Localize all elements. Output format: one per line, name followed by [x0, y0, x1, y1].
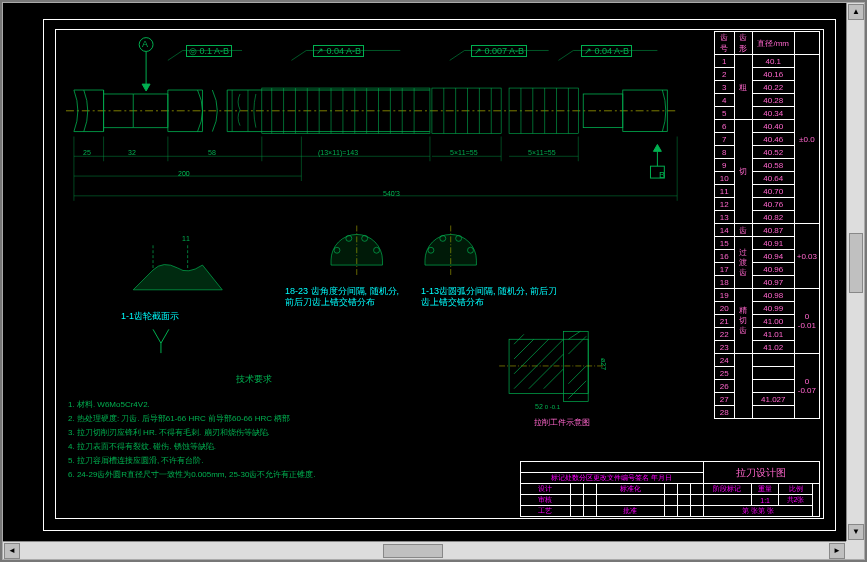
tech-line: 4. 拉刀表面不得有裂纹. 碰伤. 锈蚀等缺陷. — [68, 440, 316, 454]
horizontal-scrollbar[interactable]: ◄ ► — [3, 541, 846, 559]
dim-11: 11 — [182, 235, 190, 242]
tolerance-frame-4: ↗ 0.04 A-B — [581, 45, 632, 57]
workpiece-label: 拉削工件示意图 — [534, 417, 590, 428]
dim-52: 52 0 -0.1 — [535, 403, 560, 410]
scroll-left-arrow-icon[interactable]: ◄ — [4, 543, 20, 559]
datum-b: B — [659, 170, 665, 180]
dim-58: 58 — [208, 149, 216, 156]
svg-line-83 — [450, 50, 465, 60]
svg-line-69 — [568, 366, 586, 384]
scroll-thumb-v[interactable] — [849, 233, 863, 293]
vertical-scrollbar[interactable]: ▲ ▼ — [846, 3, 864, 541]
note-left: 1-1齿轮截面示 — [121, 310, 179, 323]
dim-span2: 5×11=55 — [450, 149, 478, 156]
scroll-down-arrow-icon[interactable]: ▼ — [848, 524, 864, 540]
svg-marker-74 — [142, 84, 150, 91]
svg-line-71 — [568, 331, 580, 339]
tolerance-frame-2: ↗ 0.04 A-B — [313, 45, 364, 57]
svg-line-81 — [291, 50, 306, 60]
tech-line: 6. 24-29齿外圆R直径尺寸一致性为0.005mm, 25-30齿不允许有正… — [68, 468, 316, 482]
dim-25: 25 — [83, 149, 91, 156]
drawing-area[interactable]: A B ◎ 0.1 A-B ↗ 0.04 A-B ↗ 0.007 A-B ↗ 0… — [3, 3, 846, 541]
svg-line-63 — [514, 339, 534, 359]
svg-line-65 — [514, 339, 563, 388]
svg-line-79 — [168, 50, 183, 60]
th-num: 齿号 — [714, 32, 734, 55]
svg-line-67 — [544, 369, 564, 389]
tech-line: 5. 拉刀容屑槽连接应圆滑, 不许有台阶. — [68, 454, 316, 468]
note-right: 1-13齿圆弧分间隔, 随机分, 前后刀 齿上错交错分布 — [421, 286, 557, 308]
tech-line: 2. 热处理硬度: 刀齿. 后导部61-66 HRC 前导部60-66 HRC … — [68, 412, 316, 426]
tech-title: 技术要求 — [236, 373, 272, 386]
cad-canvas[interactable]: A B ◎ 0.1 A-B ↗ 0.04 A-B ↗ 0.007 A-B ↗ 0… — [2, 2, 865, 560]
svg-line-64 — [514, 339, 549, 374]
th-dia: 直径/mm — [752, 32, 794, 55]
dim-540: 540'3 — [383, 190, 400, 197]
tech-line: 1. 材料. W6Mo5Cr4V2. — [68, 398, 316, 412]
tech-requirements: 1. 材料. W6Mo5Cr4V2. 2. 热处理硬度: 刀齿. 后导部61-6… — [68, 398, 316, 482]
tolerance-frame-1: ◎ 0.1 A-B — [186, 45, 232, 57]
svg-rect-29 — [623, 90, 668, 132]
teeth-table: 齿号 齿形 直径/mm 1粗40.1±0.0 240.16 340.22 440… — [714, 31, 820, 419]
scrollbar-corner — [846, 541, 864, 559]
svg-line-68 — [568, 381, 586, 399]
th-shape: 齿形 — [734, 32, 752, 55]
dim-phi27: ø27 — [600, 358, 607, 370]
dim-span3: 5×11=55 — [528, 149, 556, 156]
scroll-up-arrow-icon[interactable]: ▲ — [848, 4, 864, 20]
scroll-thumb-h[interactable] — [383, 544, 443, 558]
note-mid: 18-23 齿角度分间隔, 随机分, 前后刀齿上错交错分布 — [285, 286, 399, 308]
svg-marker-75 — [653, 144, 661, 151]
cad-app-window: A B ◎ 0.1 A-B ↗ 0.04 A-B ↗ 0.007 A-B ↗ 0… — [0, 0, 867, 562]
dim-span1: (13×11)=143 — [318, 149, 358, 156]
svg-line-85 — [559, 50, 574, 60]
th-tol — [794, 32, 819, 55]
scroll-right-arrow-icon[interactable]: ► — [829, 543, 845, 559]
tolerance-frame-3: ↗ 0.007 A-B — [471, 45, 527, 57]
tech-line: 3. 拉刀切削刃应锋利 HR. 不得有毛刺. 崩刃和烧伤等缺陷. — [68, 426, 316, 440]
dim-200: 200 — [178, 170, 190, 177]
svg-rect-59 — [509, 339, 588, 393]
datum-a: A — [142, 39, 148, 49]
dim-32: 32 — [128, 149, 136, 156]
title-block: 拉刀设计图 标记处数分区更改文件编号签名 年月日 设计 标准化 阶段标记重量比例… — [520, 461, 820, 517]
svg-line-66 — [529, 354, 564, 389]
